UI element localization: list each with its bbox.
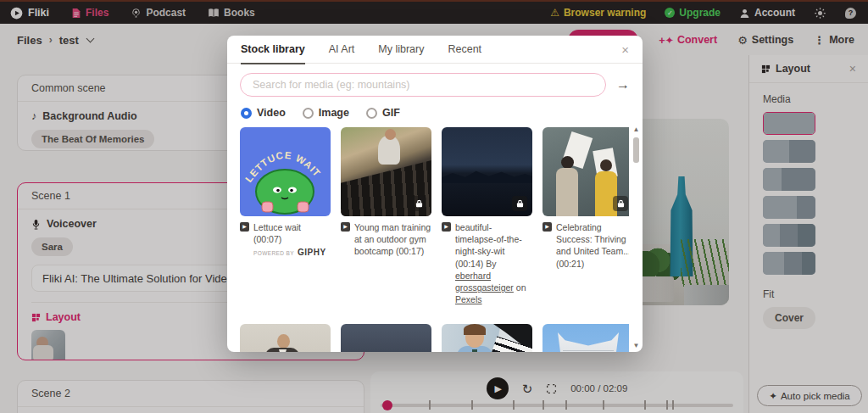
building-windows-shape <box>563 346 614 352</box>
tab-recent[interactable]: Recent <box>448 36 481 63</box>
giphy-logo: GIPHY <box>298 247 326 259</box>
scroll-up-arrow[interactable]: ▲ <box>632 126 641 136</box>
tab-stock-library[interactable]: Stock library <box>241 36 305 64</box>
figure-shape <box>464 324 486 335</box>
figure-shape <box>277 334 290 349</box>
thumbnail-business-meeting[interactable] <box>240 324 331 352</box>
figure-shape <box>385 129 396 140</box>
radio-video[interactable]: Video <box>241 107 286 119</box>
figure-shape <box>279 349 287 352</box>
byline-prefix: By <box>486 259 496 269</box>
thumbnail-curved-building[interactable] <box>542 324 629 352</box>
thumbnail-night-sky-video[interactable] <box>442 127 532 216</box>
figure-shape <box>378 136 400 165</box>
thumbnail-piano-boy[interactable] <box>442 324 532 352</box>
thumbnail-lettuce-gif[interactable]: LETTUCE WAIT & SEE <box>240 127 331 216</box>
radio-image[interactable]: Image <box>303 107 349 119</box>
close-icon[interactable]: × <box>621 42 629 57</box>
radio-dot <box>366 108 377 119</box>
powered-by-label: POWERED BY <box>253 250 294 258</box>
stock-library-modal: Stock library AI Art My library Recent ×… <box>227 36 643 352</box>
media-title: Lettuce wait (00:07) <box>253 222 301 244</box>
lock-icon <box>512 196 527 211</box>
lock-icon <box>411 196 426 211</box>
figure-shape <box>556 168 578 216</box>
media-result-gym-video: ▶Young man training at an outdoor gym bo… <box>341 127 431 258</box>
app-window: Fliki Files Podcast Books ⚠ Browser warn… <box>0 0 868 413</box>
media-search-input[interactable] <box>240 73 606 97</box>
radio-dot-selected <box>241 108 252 119</box>
figure-shape <box>561 156 574 169</box>
thumbnail-gym-video[interactable] <box>341 127 431 216</box>
media-result-dusk-landscape <box>341 324 431 352</box>
scroll-down-arrow[interactable]: ▼ <box>632 342 641 352</box>
source-link[interactable]: Pexels <box>455 294 482 304</box>
media-result-celebration-video: ▶Celebrating Success: Thriving and Unite… <box>542 127 629 270</box>
author-link[interactable]: eberhard grossgasteiger <box>455 271 514 293</box>
byline-on: on <box>516 282 526 293</box>
tab-ai-art[interactable]: AI Art <box>329 36 355 63</box>
video-badge-icon: ▶ <box>442 222 451 232</box>
video-badge-icon: ▶ <box>542 222 552 232</box>
lock-icon <box>613 196 628 211</box>
scrollbar-thumb[interactable] <box>633 137 639 163</box>
media-result-business-meeting <box>240 324 331 352</box>
figure-shape <box>600 159 612 171</box>
radio-gif-label: GIF <box>382 107 400 119</box>
media-result-night-sky-video: ▶beautiful-timelapse-of-the-night-sky-wi… <box>442 127 532 305</box>
mountain-shape <box>442 165 532 183</box>
media-result-curved-building <box>542 324 629 352</box>
modal-scrollbar[interactable]: ▲ ▼ <box>632 126 641 352</box>
video-badge-icon: ▶ <box>240 222 249 232</box>
search-submit-arrow-icon[interactable]: → <box>616 77 630 92</box>
radio-image-label: Image <box>319 107 349 119</box>
media-title: Young man training at an outdoor gym boo… <box>354 221 431 258</box>
thumbnail-dusk-landscape[interactable] <box>341 324 431 352</box>
radio-dot <box>303 108 314 119</box>
radio-video-label: Video <box>257 107 286 119</box>
tab-my-library[interactable]: My library <box>378 36 424 63</box>
lettuce-cartoon-art: LETTUCE WAIT & SEE <box>240 127 331 216</box>
radio-gif[interactable]: GIF <box>366 107 400 119</box>
media-result-lettuce-gif: LETTUCE WAIT & SEE ▶Lettuce wait (00:07)… <box>240 127 331 259</box>
video-badge-icon: ▶ <box>341 222 350 232</box>
media-results-grid: LETTUCE WAIT & SEE ▶Lettuce wait (00:07)… <box>227 126 629 352</box>
media-result-piano-boy <box>442 324 532 352</box>
thumbnail-celebration-video[interactable] <box>542 127 629 216</box>
media-title: Celebrating Success: Thriving and United… <box>556 221 629 270</box>
figure-shape <box>472 349 477 352</box>
